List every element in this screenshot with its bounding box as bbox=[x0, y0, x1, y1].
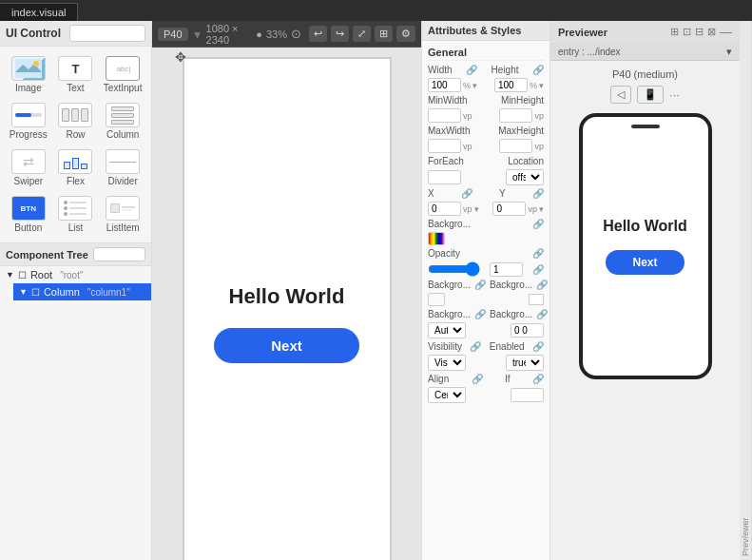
tree-header: Component Tree bbox=[0, 243, 151, 266]
next-button[interactable]: Next bbox=[214, 328, 359, 363]
color-picker-box[interactable] bbox=[428, 232, 445, 245]
x-input[interactable] bbox=[428, 202, 461, 216]
attributes-general-section: General Width 🔗 Height 🔗 % ▾ % ▾ bbox=[422, 41, 550, 410]
entry-icon: ▾ bbox=[726, 46, 732, 58]
row-label: Row bbox=[66, 129, 85, 140]
listitem-icon bbox=[106, 196, 140, 221]
attributes-panel: Attributes & Styles General Width 🔗 Heig… bbox=[421, 21, 550, 560]
previewer-icon-btn-2[interactable]: ⊡ bbox=[683, 26, 691, 38]
canvas-drag-handle[interactable]: ✥ bbox=[175, 49, 186, 65]
device-next-button[interactable]: Next bbox=[606, 250, 684, 275]
previewer-icon-btn-4[interactable]: ⊠ bbox=[707, 26, 716, 38]
control-listitem[interactable]: ListItem bbox=[100, 192, 145, 237]
left-panel-toolbar: UI Control bbox=[0, 21, 151, 47]
control-row[interactable]: Row bbox=[53, 99, 99, 144]
root-name: Root bbox=[30, 269, 52, 280]
button-icon: BTN bbox=[11, 196, 46, 221]
swiper-icon: ⇄ bbox=[11, 149, 46, 174]
minheight-unit: vp bbox=[534, 111, 544, 121]
control-textinput[interactable]: abc| TextInput bbox=[100, 52, 145, 97]
enabled-select[interactable]: true bbox=[506, 355, 544, 371]
hello-world-text: Hello World bbox=[229, 284, 345, 309]
entry-label: entry : .../index bbox=[558, 47, 621, 57]
prev-back-button[interactable]: ◁ bbox=[610, 86, 631, 104]
height-dropdown[interactable]: ▾ bbox=[539, 81, 544, 90]
column-label: Column bbox=[106, 129, 139, 140]
control-button[interactable]: BTN Button bbox=[6, 192, 51, 237]
location-select[interactable]: offset bbox=[506, 169, 544, 185]
control-progress[interactable]: Progress bbox=[6, 99, 51, 144]
index-visual-tab[interactable]: index.visual bbox=[0, 3, 78, 21]
button-label: Button bbox=[14, 222, 42, 233]
attr-row-opacity: Opacity 🔗 bbox=[428, 248, 544, 259]
x-unit: vp bbox=[463, 204, 472, 214]
toolbar-actions: ↩ ↪ ⤢ ⊞ ⚙ bbox=[309, 26, 415, 42]
control-list[interactable]: List bbox=[53, 192, 99, 237]
control-image[interactable]: Image bbox=[6, 52, 51, 97]
general-section-title: General bbox=[428, 45, 544, 61]
y-input[interactable] bbox=[492, 202, 526, 216]
attr-row-vis-enabled-values: Visible true bbox=[428, 355, 544, 371]
tree-item-column[interactable]: ▼ ☐ Column "column1" bbox=[13, 283, 151, 300]
align-select[interactable]: Center bbox=[428, 387, 466, 403]
textinput-icon: abc| bbox=[106, 56, 140, 81]
grid-button[interactable]: ⊞ bbox=[375, 26, 393, 42]
ui-control-search[interactable] bbox=[69, 25, 145, 42]
y-dropdown[interactable]: ▾ bbox=[539, 204, 544, 214]
width-input[interactable] bbox=[428, 78, 461, 92]
control-text[interactable]: T Text bbox=[53, 52, 99, 97]
height-input[interactable] bbox=[494, 78, 528, 92]
resolution: 1080 × 2340 bbox=[206, 23, 253, 46]
opacity-link-icon: 🔗 bbox=[532, 248, 544, 259]
minwidth-label: MinWidth bbox=[428, 95, 468, 106]
width-dropdown[interactable]: ▾ bbox=[472, 81, 477, 90]
visibility-select[interactable]: Visible bbox=[428, 355, 466, 371]
column-prop: "column1" bbox=[87, 287, 130, 298]
previewer-icon-btn-1[interactable]: ⊞ bbox=[670, 26, 679, 38]
list-icon bbox=[58, 196, 92, 221]
opacity-slider[interactable] bbox=[428, 261, 480, 277]
settings-button[interactable]: ⚙ bbox=[396, 26, 415, 42]
x-dropdown[interactable]: ▾ bbox=[474, 204, 479, 214]
bg-auto-select[interactable]: Auto bbox=[428, 322, 466, 338]
foreach-input[interactable] bbox=[428, 170, 461, 184]
prev-phone-button[interactable]: 📱 bbox=[637, 86, 664, 104]
bg2-link: 🔗 bbox=[474, 280, 486, 290]
attr-row-maxsize-values: vp vp bbox=[428, 139, 544, 153]
bg-auto-label: Backgro... bbox=[428, 309, 471, 319]
left-panel: UI Control Image T Text abc| TextInput bbox=[0, 21, 152, 560]
opacity-label: Opacity bbox=[428, 248, 460, 259]
undo-button[interactable]: ↩ bbox=[309, 26, 327, 42]
tree-search-input[interactable] bbox=[93, 247, 145, 261]
bg3-icon bbox=[529, 294, 544, 305]
minwidth-input[interactable] bbox=[428, 108, 461, 123]
prev-more-btn[interactable]: ··· bbox=[669, 87, 680, 102]
bg2-label: Backgro... bbox=[428, 280, 471, 290]
previewer-icon-btn-3[interactable]: ⊟ bbox=[695, 26, 704, 38]
maxwidth-input[interactable] bbox=[428, 139, 461, 153]
progress-icon bbox=[11, 103, 46, 127]
previewer-close-btn[interactable]: — bbox=[720, 25, 732, 39]
text-label: Text bbox=[67, 83, 84, 93]
if-input[interactable] bbox=[511, 388, 544, 402]
sep1: ▾ bbox=[194, 27, 201, 42]
attr-row-bg2-values bbox=[428, 293, 544, 306]
device-nav-controls: ◁ 📱 ··· bbox=[610, 86, 680, 104]
control-column[interactable]: Column bbox=[100, 99, 145, 144]
minheight-input[interactable] bbox=[499, 108, 532, 123]
bg2-color[interactable] bbox=[428, 293, 445, 306]
opacity-input[interactable] bbox=[490, 262, 523, 277]
device-badge[interactable]: P40 bbox=[158, 28, 188, 41]
control-flex[interactable]: Flex bbox=[53, 145, 99, 190]
bg-pos-input[interactable] bbox=[511, 323, 544, 338]
maxheight-input[interactable] bbox=[499, 139, 532, 153]
x-link-icon: 🔗 bbox=[461, 188, 472, 199]
control-swiper[interactable]: ⇄ Swiper bbox=[6, 145, 51, 190]
move-button[interactable]: ⤢ bbox=[353, 26, 371, 42]
redo-button[interactable]: ↪ bbox=[331, 26, 349, 42]
control-divider[interactable]: Divider bbox=[100, 145, 145, 190]
flex-icon bbox=[58, 149, 92, 174]
tree-item-root[interactable]: ▼ ☐ Root "root" bbox=[0, 266, 151, 283]
opacity-link2: 🔗 bbox=[532, 264, 544, 275]
right-edge-label: Prev/ewer bbox=[740, 21, 752, 560]
